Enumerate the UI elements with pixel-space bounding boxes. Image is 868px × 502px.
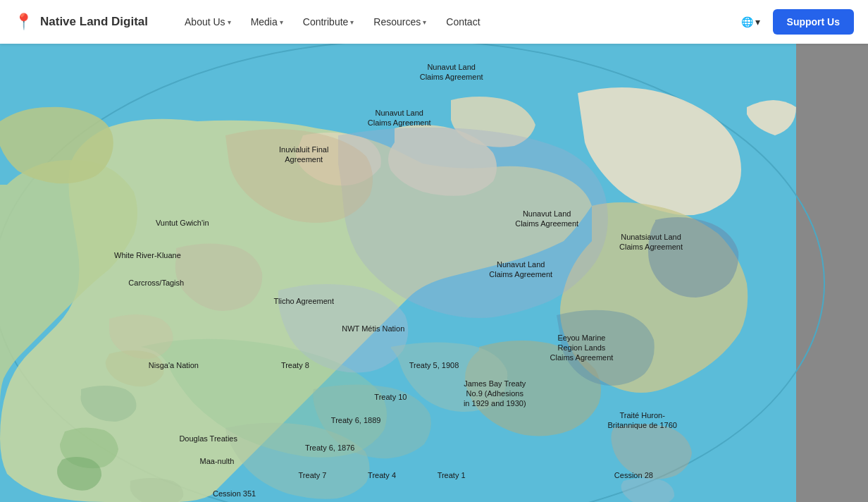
nav-contribute[interactable]: Contribute ▾ xyxy=(294,11,363,33)
chevron-down-icon: ▾ xyxy=(350,18,354,26)
globe-icon: 🌐 xyxy=(741,16,753,27)
language-button[interactable]: 🌐 ▾ xyxy=(734,11,767,33)
map-svg xyxy=(0,44,868,502)
brand-logo[interactable]: 📍 Native Land Digital xyxy=(14,13,148,31)
nav-right: 🌐 ▾ Support Us xyxy=(734,9,854,35)
pin-icon: 📍 xyxy=(14,13,33,31)
nav-contact[interactable]: Contact xyxy=(438,11,488,33)
chevron-down-icon: ▾ xyxy=(280,18,283,26)
svg-rect-1 xyxy=(796,44,868,502)
nav-media[interactable]: Media ▾ xyxy=(242,11,292,33)
chevron-down-icon: ▾ xyxy=(755,16,760,27)
nav-about-us[interactable]: About Us ▾ xyxy=(176,11,240,33)
chevron-down-icon: ▾ xyxy=(228,18,231,26)
brand-name: Native Land Digital xyxy=(40,15,148,29)
nav-resources[interactable]: Resources ▾ xyxy=(365,11,435,33)
map-container[interactable]: Nunavut LandClaims AgreementNunavut Land… xyxy=(0,44,868,502)
chevron-down-icon: ▾ xyxy=(423,18,426,26)
support-us-button[interactable]: Support Us xyxy=(773,9,854,35)
navbar: 📍 Native Land Digital About Us ▾ Media ▾… xyxy=(0,0,868,44)
nav-links: About Us ▾ Media ▾ Contribute ▾ Resource… xyxy=(176,11,734,33)
